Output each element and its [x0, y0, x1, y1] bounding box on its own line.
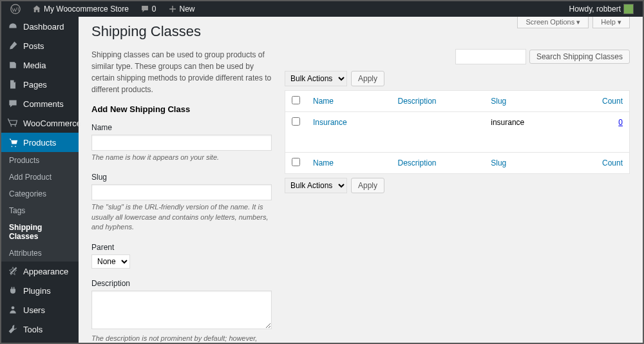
- row-count-link[interactable]: 0: [618, 118, 623, 127]
- slug-label: Slug: [91, 173, 272, 182]
- admin-sidebar: Dashboard Posts Media Pages Comments Woo…: [1, 17, 79, 343]
- page-title: Shipping Classes: [91, 23, 272, 40]
- site-name-link[interactable]: My Woocommerce Store: [28, 5, 133, 14]
- admin-toolbar: My Woocommerce Store 0 New Howdy, robber…: [1, 1, 643, 17]
- submenu-categories[interactable]: Categories: [1, 186, 79, 202]
- name-input[interactable]: [91, 135, 272, 151]
- bulk-actions-top[interactable]: Bulk Actions: [285, 71, 347, 86]
- apply-top-button[interactable]: Apply: [351, 71, 384, 86]
- submenu-shipping-classes[interactable]: Shipping Classes: [1, 219, 79, 245]
- menu-media[interactable]: Media: [1, 55, 79, 75]
- col-description[interactable]: Description: [391, 91, 484, 112]
- table-row: Insurance insurance 0: [285, 112, 630, 133]
- menu-posts[interactable]: Posts: [1, 36, 79, 55]
- slug-hint: The "slug" is the URL-friendly version o…: [91, 202, 272, 232]
- row-slug: insurance: [484, 112, 568, 133]
- col-count-foot[interactable]: Count: [568, 152, 629, 173]
- search-input[interactable]: [455, 49, 526, 64]
- comments-link[interactable]: 0: [137, 5, 160, 14]
- menu-comments[interactable]: Comments: [1, 94, 79, 113]
- submenu-add-product[interactable]: Add Product: [1, 169, 79, 186]
- menu-woocommerce[interactable]: WooCommerce: [1, 113, 79, 133]
- intro-text: Shipping classes can be used to group pr…: [91, 49, 272, 95]
- submenu-attributes[interactable]: Attributes: [1, 245, 79, 262]
- row-checkbox[interactable]: [292, 117, 300, 126]
- avatar-icon: [623, 4, 634, 14]
- row-name-link[interactable]: Insurance: [313, 118, 347, 127]
- products-submenu: Products Add Product Categories Tags Shi…: [1, 152, 79, 262]
- description-hint: The description is not prominent by defa…: [91, 334, 272, 343]
- col-name-foot[interactable]: Name: [307, 152, 391, 173]
- slug-input[interactable]: [91, 184, 272, 200]
- submenu-products[interactable]: Products: [1, 152, 79, 169]
- name-hint: The name is how it appears on your site.: [91, 153, 272, 162]
- select-all-top[interactable]: [292, 96, 300, 104]
- menu-pages[interactable]: Pages: [1, 75, 79, 94]
- menu-plugins[interactable]: Plugins: [1, 281, 79, 300]
- menu-appearance[interactable]: Appearance: [1, 262, 79, 281]
- col-name[interactable]: Name: [307, 91, 391, 112]
- menu-users[interactable]: Users: [1, 300, 79, 320]
- select-all-bottom[interactable]: [292, 158, 300, 166]
- submenu-tags[interactable]: Tags: [1, 202, 79, 219]
- help-toggle[interactable]: Help ▾: [592, 17, 630, 28]
- menu-tools[interactable]: Tools: [1, 320, 79, 339]
- description-textarea[interactable]: [91, 291, 272, 329]
- form-title: Add New Shipping Class: [91, 104, 272, 114]
- svg-point-1: [12, 306, 15, 309]
- col-slug-foot[interactable]: Slug: [484, 152, 568, 173]
- search-button[interactable]: Search Shipping Classes: [529, 50, 630, 64]
- description-label: Description: [91, 279, 272, 288]
- main-content: Screen Options ▾ Help ▾ Shipping Classes…: [79, 17, 643, 343]
- menu-products[interactable]: Products: [1, 133, 79, 152]
- shipping-classes-table: Name Description Slug Count Insurance in…: [285, 90, 630, 174]
- name-label: Name: [91, 123, 272, 132]
- screen-options-toggle[interactable]: Screen Options ▾: [517, 17, 589, 28]
- menu-settings[interactable]: Settings: [1, 339, 79, 344]
- parent-label: Parent: [91, 243, 272, 252]
- apply-bottom-button[interactable]: Apply: [351, 178, 384, 193]
- col-count[interactable]: Count: [568, 91, 629, 112]
- new-link[interactable]: New: [164, 5, 199, 14]
- col-description-foot[interactable]: Description: [391, 152, 484, 173]
- row-description: [391, 112, 484, 133]
- wp-logo-icon[interactable]: [6, 4, 24, 14]
- user-menu[interactable]: Howdy, robbert: [565, 4, 638, 14]
- parent-select[interactable]: None: [91, 254, 130, 269]
- col-slug[interactable]: Slug: [484, 91, 568, 112]
- menu-dashboard[interactable]: Dashboard: [1, 17, 79, 36]
- bulk-actions-bottom[interactable]: Bulk Actions: [285, 178, 347, 193]
